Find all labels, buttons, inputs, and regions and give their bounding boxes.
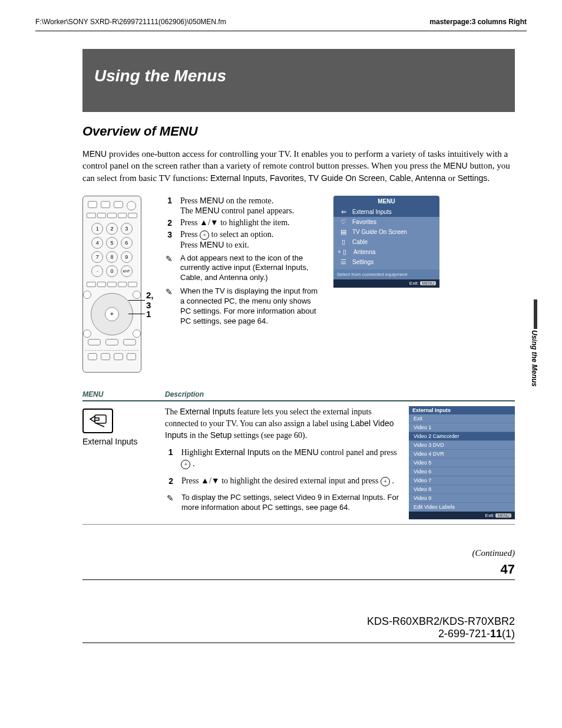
list-item: Video 7 [409, 476, 515, 485]
input-icon: ⇐ [339, 209, 348, 215]
note-icon: ✎ [164, 286, 174, 327]
list-item: Exit [409, 414, 515, 423]
list-item: Video 9 [409, 494, 515, 503]
list-item: Video 4 DVR [409, 450, 515, 459]
callout-2-3: 2, 3 [146, 290, 154, 310]
antenna-icon: ▯ [340, 249, 349, 255]
external-inputs-icon [82, 409, 113, 433]
list-item: Video 3 DVD [409, 441, 515, 450]
list-item: Edit Video Labels [409, 503, 515, 512]
select-button-icon: + [381, 477, 390, 486]
steps-column: 1 Press MENU on the remote. The MENU con… [164, 196, 323, 373]
number-pad: 1 2 3 4 5 6 7 8 9 · 0 ENT [85, 219, 138, 281]
select-button-icon: + [200, 230, 209, 240]
arrow-up-down-icon: ▲/▼ [201, 476, 220, 485]
guide-icon: ▤ [339, 229, 348, 235]
menu-title: MENU [333, 196, 439, 207]
masterpage-label: masterpage:3 columns Right [429, 18, 527, 26]
left-pill-icon [88, 339, 101, 345]
cable-icon: ▯ [339, 239, 348, 245]
right-pill-icon [123, 339, 136, 345]
heart-icon: ♡ [339, 219, 348, 225]
menu-item-tv-guide: ▤TV Guide On Screen [333, 227, 439, 237]
menu-exit-hint: Exit:MENU [333, 279, 439, 288]
menu-item-antenna: ▯Antenna [333, 247, 439, 257]
side-tab: Using the Menus [528, 299, 540, 387]
bottom-divider-2 [82, 643, 515, 643]
document-number: 2-699-721-11(1) [82, 628, 515, 640]
note-text: A dot appears next to the icon of the cu… [180, 253, 323, 284]
list-item: Video 8 [409, 485, 515, 494]
list-item: Video 6 [409, 467, 515, 476]
list-item: Video 5 [409, 459, 515, 467]
arrow-up-down-icon: ▲/▼ [200, 218, 219, 227]
page-number: 47 [82, 562, 515, 577]
exit-hint: Exit: MENU [409, 512, 515, 519]
list-item: Video 2 Camcorder [409, 432, 515, 441]
step-number: 2 [165, 476, 173, 487]
note-text: To display the PC settings, select Video… [181, 493, 403, 513]
model-number: KDS-R60XBR2/KDS-R70XBR2 [82, 615, 515, 628]
menu-item-settings: ☰Settings [333, 257, 439, 267]
top-divider [35, 31, 527, 31]
menu-word: MENU [82, 149, 107, 159]
menu-item-cable: ▯Cable [333, 237, 439, 247]
continued-label: (Continued) [82, 548, 515, 558]
remote-diagram: 1 2 3 4 5 6 7 8 9 · 0 ENT [82, 196, 153, 373]
step-number: 1 [165, 447, 173, 470]
power-button-icon [114, 201, 123, 208]
menu-pill-icon [105, 339, 118, 345]
step-number: 2 [164, 218, 172, 228]
intro-paragraph: MENU provides one-button access for cont… [82, 148, 515, 184]
tv-video-button-icon [88, 201, 97, 208]
select-button-icon: + [181, 460, 190, 469]
step-number: 3 [164, 230, 172, 250]
table-row: External Inputs The External Inputs feat… [82, 401, 515, 525]
menu-item-external-inputs: ⇐External Inputs [333, 207, 439, 217]
settings-icon: ☰ [339, 259, 348, 265]
bottom-divider [82, 579, 515, 580]
callout-1: 1 [146, 309, 151, 319]
table-header: MENU Description [82, 390, 515, 401]
note-text: When the TV is displaying the input from… [180, 286, 323, 327]
menu-row-label: External Inputs [82, 437, 165, 446]
menu-hint: Select from connected equipment [333, 269, 439, 279]
note-icon: ✎ [165, 493, 176, 513]
svg-rect-0 [95, 415, 106, 423]
list-item: Video 1 [409, 423, 515, 432]
section-heading: Overview of MENU [82, 124, 515, 139]
external-inputs-screenshot: External Inputs Exit Video 1 Video 2 Cam… [409, 406, 515, 519]
dpad-icon: + [91, 293, 133, 335]
step-number: 1 [164, 196, 172, 216]
menu-screenshot: MENU ⇐External Inputs ♡Favorites ▤TV Gui… [333, 196, 439, 373]
tv-power-button-icon [127, 201, 136, 210]
page-title: Using the Menus [82, 49, 515, 112]
note-icon: ✎ [164, 253, 174, 284]
sleep-button-icon [101, 201, 110, 208]
menu-item-favorites: ♡Favorites [333, 217, 439, 227]
